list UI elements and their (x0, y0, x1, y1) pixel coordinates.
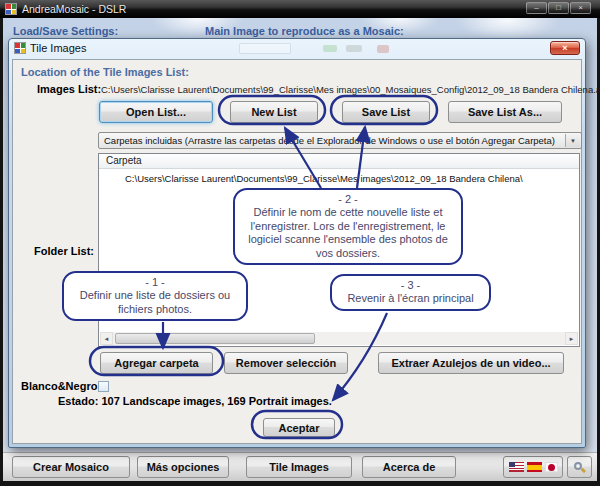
callout-2-text: Définir le nom de cette nouvelle liste e… (248, 206, 448, 258)
scrollbar-thumb[interactable] (115, 333, 315, 344)
images-list-path: C:\Users\Clarisse Laurent\Documents\99_C… (101, 84, 600, 95)
minimize-icon[interactable]: – (526, 2, 547, 14)
images-list-label: Images List: (37, 83, 101, 95)
spain-flag-icon (527, 462, 542, 472)
location-header: Location of the Tile Images List: (21, 66, 189, 78)
extraer-azulejos-button[interactable]: Extraer Azulejos de un video... (378, 352, 564, 374)
callout-1-text: Definir une liste de dossiers ou fichier… (80, 289, 230, 314)
callout-1: - 1 - Definir une liste de dossiers ou f… (62, 271, 248, 321)
app-titlebar: AndreaMosaic - DSLR – □ × (0, 0, 600, 18)
acerca-de-button[interactable]: Acerca de (362, 456, 456, 478)
folder-list-label: Folder List: (9, 245, 94, 257)
folders-dropdown-value: Carpetas incluidas (Arrastre las carpeta… (104, 135, 555, 146)
scroll-left-icon[interactable]: ◄ (100, 332, 113, 345)
close-window-icon[interactable]: × (570, 2, 591, 14)
dialog-title: Tile Images (30, 42, 86, 54)
callout-3: - 3 - Revenir à l'écran principal (330, 274, 491, 311)
tile-images-button[interactable]: Tile Images (246, 456, 352, 478)
folders-dropdown[interactable]: Carpetas incluidas (Arrastre las carpeta… (98, 132, 582, 149)
new-list-button[interactable]: New List (230, 101, 318, 123)
app-title: AndreaMosaic - DSLR (22, 3, 126, 15)
callout-3-number: - 3 - (338, 279, 483, 292)
agregar-carpeta-button[interactable]: Agregar carpeta (100, 352, 213, 374)
ghost-artifact (239, 43, 291, 54)
japan-flag-icon (545, 462, 558, 472)
chevron-down-icon[interactable]: ▼ (565, 134, 580, 147)
us-flag-icon (509, 462, 524, 472)
blanco-negro-label: Blanco&Negro: (21, 380, 101, 392)
save-list-button[interactable]: Save List (342, 101, 430, 123)
blanco-negro-checkbox[interactable] (98, 381, 109, 392)
estado-label: Estado: (58, 395, 98, 407)
remover-seleccion-button[interactable]: Remover selección (224, 352, 348, 374)
aceptar-button[interactable]: Aceptar (263, 418, 335, 437)
save-list-as-button[interactable]: Save List As... (448, 101, 562, 123)
callout-1-number: - 1 - (70, 276, 240, 289)
callout-3-text: Revenir à l'écran principal (347, 292, 473, 304)
horizontal-scrollbar[interactable]: ◄ ► (100, 332, 578, 345)
folder-list-row[interactable]: C:\Users\Clarisse Laurent\Documents\99_C… (99, 169, 579, 184)
open-list-button[interactable]: Open List... (99, 101, 213, 123)
callout-2-number: - 2 - (241, 193, 455, 206)
callout-2: - 2 - Définir le nom de cette nouvelle l… (233, 188, 463, 265)
mas-opciones-button[interactable]: Más opciones (137, 456, 229, 478)
ghost-artifact (346, 45, 362, 52)
crear-mosaico-button[interactable]: Crear Mosaico (12, 456, 130, 478)
folder-list-column-header: Carpeta (99, 154, 579, 169)
window-controls: – □ × (526, 2, 591, 14)
estado-value: 107 Landscape images, 169 Portrait image… (101, 395, 332, 407)
bottom-toolbar: Crear Mosaico Más opciones Tile Images A… (3, 452, 597, 481)
search-icon (574, 462, 585, 473)
main-image-label: Main Image to reproduce as a Mosaic: (205, 25, 404, 37)
scroll-right-icon[interactable]: ► (565, 332, 578, 345)
ghost-artifact (377, 45, 389, 53)
dialog-mosaic-icon (14, 42, 26, 54)
close-dialog-icon[interactable]: × (550, 41, 580, 55)
maximize-icon[interactable]: □ (548, 2, 569, 14)
ghost-artifact (323, 45, 337, 52)
search-button[interactable] (567, 456, 592, 478)
language-flags-button[interactable] (503, 456, 563, 478)
load-save-settings-label: Load/Save Settings: (13, 25, 118, 37)
app-mosaic-icon (5, 3, 17, 15)
estado-status: Estado: 107 Landscape images, 169 Portra… (58, 395, 332, 407)
